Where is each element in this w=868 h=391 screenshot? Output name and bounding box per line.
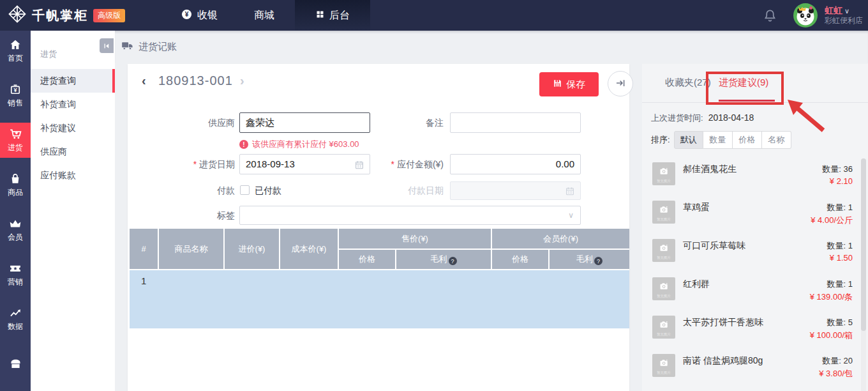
purchase-bill-card: ‹ 180913-001 › 保存 供应商 备注 ! 该供应商有累计应付 ¥60… [128,64,629,391]
svg-text:¥: ¥ [185,11,189,18]
grid-icon [315,10,325,22]
sort-button[interactable]: 名称 [762,131,791,149]
scrollbar-track[interactable] [861,158,866,391]
product-name: 可口可乐草莓味 [683,240,745,252]
save-button[interactable]: 保存 [539,72,599,96]
col-index: # [130,229,158,270]
payment-label: 付款 [128,181,235,199]
product-name: 草鸡蛋 [683,202,710,213]
camera-icon [659,319,670,332]
remark-label: 备注 [338,112,444,133]
product-qty: 数量: 20 [822,355,853,367]
sort-button[interactable]: 默认 [674,131,703,149]
tab-cashier[interactable]: ¥ 收银 [181,0,218,31]
floppy-icon [553,79,562,90]
amount-input[interactable]: 0.00 [450,154,581,174]
collapse-icon [103,42,110,50]
list-item[interactable]: 暂无图片 太平苏打饼干香葱味 数量: 5 ¥ 100.00/箱 [642,312,859,350]
payment-date-input [450,181,581,200]
secondary-sidebar: 进货 进货查询 补货查询 补货建议 供应商 应付账款 [31,31,115,391]
product-qty: 数量: 36 [822,164,853,175]
home-icon [9,38,22,51]
top-bar: 千帆掌柜 高级版 ¥ 收银 商城 后台 虹虹∨ 彩虹便利店 [0,0,868,31]
truck-icon [121,40,133,54]
tab-purchase-suggestions[interactable]: 进货建议(9) [719,77,768,89]
product-price: ¥ 100.00/箱 [810,330,853,341]
calendar-icon [565,186,575,196]
col-member-price-group: 会员价(¥) [491,229,629,249]
table-row[interactable]: 1 [130,270,629,328]
sales-icon: ¥ [9,83,22,96]
next-bill-button[interactable]: › [240,73,244,88]
col-cost-price: 成本价(¥) [280,229,338,270]
submenu-item[interactable]: 供应商 [31,140,115,164]
avatar[interactable] [793,3,818,28]
brand[interactable]: 千帆掌柜 高级版 [8,0,125,31]
sort-button-group: 默认 数量 价格 名称 [674,131,791,149]
last-purchase-time: 上次进货时间:2018-04-18 [651,112,754,124]
product-qty: 数量: 5 [827,317,853,328]
sidebar-item[interactable]: 进货 [0,123,31,158]
paid-label: 已付款 [255,181,281,199]
tag-select[interactable]: ∨ [239,206,581,225]
sidebar-item[interactable]: 营销 [0,257,31,292]
store-icon [9,356,22,369]
crown-icon [9,217,22,230]
collapse-panel-button[interactable] [608,71,633,96]
suggestion-panel: 收藏夹(27) 进货建议(9) 上次进货时间:2018-04-18 排序: 默认… [642,64,868,391]
user-menu[interactable]: 虹虹∨ [825,5,863,17]
supplier-label: 供应商 [128,112,235,133]
sidebar-item[interactable] [0,346,31,381]
items-table: # 商品名称 进价(¥) 成本价(¥) 售价(¥) 会员价(¥) 价格 毛利? … [130,229,629,328]
submenu-item[interactable]: 补货查询 [31,93,115,116]
list-item[interactable]: 暂无图片 草鸡蛋 数量: 1 ¥ 4.00/公斤 [642,197,859,235]
sidebar-item[interactable]: ¥ 销售 [0,78,31,113]
product-image-placeholder: 暂无图片 [652,201,675,224]
help-icon[interactable]: ? [449,257,457,265]
prev-bill-button[interactable]: ‹ [142,73,146,88]
sidebar-item[interactable]: 首页 [0,33,31,68]
col-member-profit: 毛利? [549,249,629,270]
help-icon[interactable]: ? [594,257,602,265]
product-qty: 数量: 1 [827,240,853,252]
product-list: 暂无图片 郝佳酒鬼花生 数量: 36 ¥ 2.10 暂无图片 草鸡蛋 数量: 1… [642,158,859,388]
list-item[interactable]: 暂无图片 可口可乐草莓味 数量: 1 ¥ 1.50 [642,235,859,273]
product-price: ¥ 1.50 [830,253,853,263]
primary-sidebar: 首页 ¥ 销售 进货 商品 会员 营销 数据 [0,31,31,391]
paid-checkbox[interactable] [240,185,250,195]
cart-icon [9,128,22,141]
product-price: ¥ 4.00/公斤 [811,215,853,226]
list-item[interactable]: 暂无图片 郝佳酒鬼花生 数量: 36 ¥ 2.10 [642,158,859,197]
col-sale-profit: 毛利? [396,249,491,270]
camera-icon [659,204,670,217]
divider [642,102,868,103]
sidebar-item[interactable]: 会员 [0,212,31,247]
main-area: 进货记账 ‹ 180913-001 › 保存 供应商 备注 ! 该供应商有累计应… [115,31,868,391]
amount-label: 应付金额(¥) [338,154,444,174]
submenu-item[interactable]: 补货建议 [31,116,115,140]
sidebar-item[interactable]: 商品 [0,167,31,203]
product-price: ¥ 139.00/条 [810,291,853,303]
product-qty: 数量: 1 [827,279,853,290]
bag-icon [9,172,22,185]
sort-button[interactable]: 数量 [703,131,733,149]
camera-icon [659,280,670,294]
tab-admin[interactable]: 后台 [295,0,370,31]
remark-input[interactable] [450,112,581,133]
sort-label: 排序: [651,134,670,146]
sort-button[interactable]: 价格 [733,131,762,149]
camera-icon [659,242,670,256]
tab-mall[interactable]: 商城 [254,0,274,31]
list-item[interactable]: 暂无图片 红利群 数量: 1 ¥ 139.00/条 [642,273,859,312]
warning-icon: ! [239,140,248,149]
scrollbar-thumb[interactable] [861,158,866,331]
tab-favorites[interactable]: 收藏夹(27) [665,77,711,89]
list-item[interactable]: 暂无图片 南诺 信盐焗鸡腿80g 数量: 20 ¥ 3.80/包 [642,350,859,388]
payment-date-label: 付款日期 [338,181,444,199]
sidebar-item[interactable]: 数据 [0,302,31,337]
bell-icon[interactable] [763,8,777,23]
submenu-item[interactable]: 应付账款 [31,164,115,187]
submenu-item[interactable]: 进货查询 [31,69,115,93]
collapse-sidebar-button[interactable] [100,38,114,53]
product-image-placeholder: 暂无图片 [652,316,675,339]
